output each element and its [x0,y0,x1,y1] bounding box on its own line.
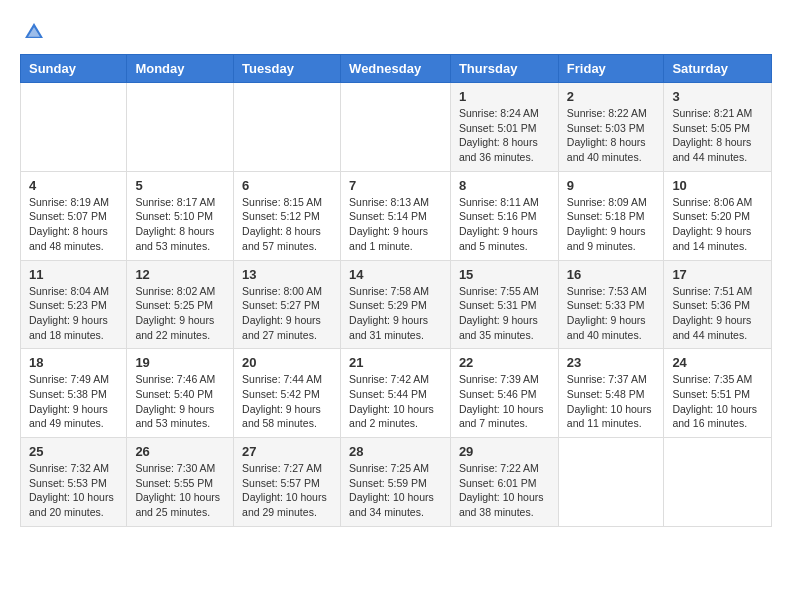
calendar-day-cell [127,83,234,172]
calendar-day-cell: 17Sunrise: 7:51 AM Sunset: 5:36 PM Dayli… [664,260,772,349]
day-number: 5 [135,178,225,193]
day-info: Sunrise: 7:30 AM Sunset: 5:55 PM Dayligh… [135,461,225,520]
day-number: 10 [672,178,763,193]
day-info: Sunrise: 8:15 AM Sunset: 5:12 PM Dayligh… [242,195,332,254]
calendar-day-cell [664,438,772,527]
day-number: 16 [567,267,656,282]
calendar-day-cell: 18Sunrise: 7:49 AM Sunset: 5:38 PM Dayli… [21,349,127,438]
day-info: Sunrise: 8:21 AM Sunset: 5:05 PM Dayligh… [672,106,763,165]
day-info: Sunrise: 8:13 AM Sunset: 5:14 PM Dayligh… [349,195,442,254]
calendar-day-cell: 14Sunrise: 7:58 AM Sunset: 5:29 PM Dayli… [341,260,451,349]
calendar-day-cell: 20Sunrise: 7:44 AM Sunset: 5:42 PM Dayli… [234,349,341,438]
calendar-week-row: 25Sunrise: 7:32 AM Sunset: 5:53 PM Dayli… [21,438,772,527]
day-number: 7 [349,178,442,193]
day-number: 6 [242,178,332,193]
calendar-day-cell: 9Sunrise: 8:09 AM Sunset: 5:18 PM Daylig… [558,171,664,260]
calendar-table: SundayMondayTuesdayWednesdayThursdayFrid… [20,54,772,527]
day-number: 28 [349,444,442,459]
day-of-week-header: Sunday [21,55,127,83]
day-info: Sunrise: 7:27 AM Sunset: 5:57 PM Dayligh… [242,461,332,520]
day-info: Sunrise: 7:39 AM Sunset: 5:46 PM Dayligh… [459,372,550,431]
calendar-day-cell: 29Sunrise: 7:22 AM Sunset: 6:01 PM Dayli… [450,438,558,527]
calendar-day-cell: 24Sunrise: 7:35 AM Sunset: 5:51 PM Dayli… [664,349,772,438]
page-header [20,20,772,44]
day-number: 17 [672,267,763,282]
day-info: Sunrise: 7:46 AM Sunset: 5:40 PM Dayligh… [135,372,225,431]
day-info: Sunrise: 8:17 AM Sunset: 5:10 PM Dayligh… [135,195,225,254]
day-of-week-header: Monday [127,55,234,83]
calendar-day-cell: 26Sunrise: 7:30 AM Sunset: 5:55 PM Dayli… [127,438,234,527]
calendar-day-cell [234,83,341,172]
day-info: Sunrise: 7:58 AM Sunset: 5:29 PM Dayligh… [349,284,442,343]
day-info: Sunrise: 8:24 AM Sunset: 5:01 PM Dayligh… [459,106,550,165]
day-info: Sunrise: 8:00 AM Sunset: 5:27 PM Dayligh… [242,284,332,343]
day-number: 27 [242,444,332,459]
day-info: Sunrise: 7:35 AM Sunset: 5:51 PM Dayligh… [672,372,763,431]
calendar-day-cell: 8Sunrise: 8:11 AM Sunset: 5:16 PM Daylig… [450,171,558,260]
calendar-day-cell: 13Sunrise: 8:00 AM Sunset: 5:27 PM Dayli… [234,260,341,349]
calendar-day-cell: 2Sunrise: 8:22 AM Sunset: 5:03 PM Daylig… [558,83,664,172]
day-info: Sunrise: 7:53 AM Sunset: 5:33 PM Dayligh… [567,284,656,343]
day-number: 29 [459,444,550,459]
day-number: 22 [459,355,550,370]
calendar-day-cell: 23Sunrise: 7:37 AM Sunset: 5:48 PM Dayli… [558,349,664,438]
calendar-week-row: 18Sunrise: 7:49 AM Sunset: 5:38 PM Dayli… [21,349,772,438]
calendar-day-cell: 5Sunrise: 8:17 AM Sunset: 5:10 PM Daylig… [127,171,234,260]
day-number: 25 [29,444,118,459]
calendar-day-cell: 27Sunrise: 7:27 AM Sunset: 5:57 PM Dayli… [234,438,341,527]
day-info: Sunrise: 7:37 AM Sunset: 5:48 PM Dayligh… [567,372,656,431]
calendar-day-cell: 11Sunrise: 8:04 AM Sunset: 5:23 PM Dayli… [21,260,127,349]
day-of-week-header: Saturday [664,55,772,83]
calendar-day-cell: 1Sunrise: 8:24 AM Sunset: 5:01 PM Daylig… [450,83,558,172]
day-number: 4 [29,178,118,193]
day-number: 15 [459,267,550,282]
day-number: 2 [567,89,656,104]
day-number: 24 [672,355,763,370]
calendar-day-cell: 21Sunrise: 7:42 AM Sunset: 5:44 PM Dayli… [341,349,451,438]
day-number: 20 [242,355,332,370]
day-info: Sunrise: 7:32 AM Sunset: 5:53 PM Dayligh… [29,461,118,520]
day-info: Sunrise: 8:09 AM Sunset: 5:18 PM Dayligh… [567,195,656,254]
day-number: 18 [29,355,118,370]
day-number: 23 [567,355,656,370]
calendar-day-cell: 4Sunrise: 8:19 AM Sunset: 5:07 PM Daylig… [21,171,127,260]
calendar-day-cell: 16Sunrise: 7:53 AM Sunset: 5:33 PM Dayli… [558,260,664,349]
day-info: Sunrise: 7:22 AM Sunset: 6:01 PM Dayligh… [459,461,550,520]
day-number: 21 [349,355,442,370]
day-number: 9 [567,178,656,193]
day-number: 3 [672,89,763,104]
day-of-week-header: Friday [558,55,664,83]
logo [20,20,48,44]
day-info: Sunrise: 7:49 AM Sunset: 5:38 PM Dayligh… [29,372,118,431]
day-number: 13 [242,267,332,282]
day-info: Sunrise: 7:42 AM Sunset: 5:44 PM Dayligh… [349,372,442,431]
logo-icon [22,20,46,44]
calendar-day-cell: 12Sunrise: 8:02 AM Sunset: 5:25 PM Dayli… [127,260,234,349]
day-number: 8 [459,178,550,193]
calendar-day-cell: 25Sunrise: 7:32 AM Sunset: 5:53 PM Dayli… [21,438,127,527]
day-number: 14 [349,267,442,282]
day-info: Sunrise: 8:02 AM Sunset: 5:25 PM Dayligh… [135,284,225,343]
day-info: Sunrise: 7:25 AM Sunset: 5:59 PM Dayligh… [349,461,442,520]
calendar-week-row: 11Sunrise: 8:04 AM Sunset: 5:23 PM Dayli… [21,260,772,349]
day-info: Sunrise: 7:51 AM Sunset: 5:36 PM Dayligh… [672,284,763,343]
day-info: Sunrise: 7:44 AM Sunset: 5:42 PM Dayligh… [242,372,332,431]
calendar-day-cell: 3Sunrise: 8:21 AM Sunset: 5:05 PM Daylig… [664,83,772,172]
calendar-day-cell [341,83,451,172]
day-info: Sunrise: 8:22 AM Sunset: 5:03 PM Dayligh… [567,106,656,165]
day-number: 26 [135,444,225,459]
calendar-day-cell [558,438,664,527]
day-number: 12 [135,267,225,282]
day-number: 19 [135,355,225,370]
calendar-day-cell: 15Sunrise: 7:55 AM Sunset: 5:31 PM Dayli… [450,260,558,349]
calendar-day-cell: 7Sunrise: 8:13 AM Sunset: 5:14 PM Daylig… [341,171,451,260]
day-info: Sunrise: 8:06 AM Sunset: 5:20 PM Dayligh… [672,195,763,254]
calendar-day-cell: 22Sunrise: 7:39 AM Sunset: 5:46 PM Dayli… [450,349,558,438]
calendar-header-row: SundayMondayTuesdayWednesdayThursdayFrid… [21,55,772,83]
day-number: 1 [459,89,550,104]
day-info: Sunrise: 8:19 AM Sunset: 5:07 PM Dayligh… [29,195,118,254]
day-info: Sunrise: 7:55 AM Sunset: 5:31 PM Dayligh… [459,284,550,343]
calendar-week-row: 4Sunrise: 8:19 AM Sunset: 5:07 PM Daylig… [21,171,772,260]
calendar-day-cell: 10Sunrise: 8:06 AM Sunset: 5:20 PM Dayli… [664,171,772,260]
calendar-week-row: 1Sunrise: 8:24 AM Sunset: 5:01 PM Daylig… [21,83,772,172]
